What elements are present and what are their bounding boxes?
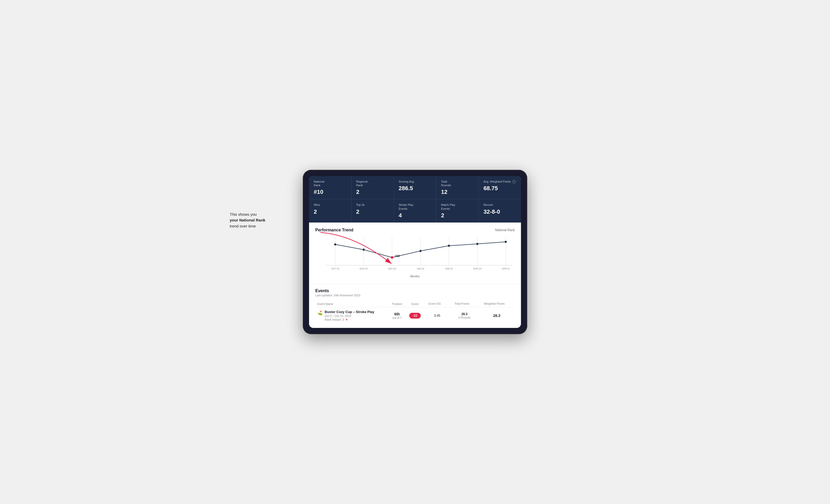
stat-regional-rank-label: RegionalRank: [356, 180, 389, 187]
svg-point-11: [391, 256, 393, 259]
event-type-icon: ⛳: [317, 310, 323, 315]
stat-scoring-avg: Scoring Avg. 286.5: [394, 176, 437, 199]
col-weighted-points: Weighted Points i: [479, 301, 515, 307]
months-label: Months: [315, 275, 515, 278]
info-icon-total-points[interactable]: i: [471, 302, 474, 305]
stat-wins-value: 2: [314, 208, 347, 215]
events-section: Events Last updated: 24th November 2023 …: [309, 284, 521, 328]
stat-total-rounds-value: 12: [441, 189, 474, 195]
info-icon-weighted[interactable]: i: [512, 180, 516, 183]
stat-stroke-play-label: Stroke PlayEvents: [398, 203, 432, 210]
tablet-screen: NationalRank #10 RegionalRank 2 Scoring …: [309, 176, 521, 328]
svg-point-9: [334, 243, 337, 245]
stat-scoring-avg-value: 286.5: [398, 185, 432, 192]
col-score: Score: [406, 301, 424, 307]
annotation-line1: This shows you: [230, 212, 257, 216]
svg-text:APR 24: APR 24: [502, 267, 510, 270]
svg-text:OCT 23: OCT 23: [331, 267, 339, 270]
info-icon-event-sg[interactable]: i: [442, 302, 446, 305]
svg-text:#10: #10: [395, 254, 400, 258]
col-total-points: Total Points i: [450, 301, 479, 307]
annotation-bold: National Rank: [240, 218, 265, 222]
event-position-sub: out of 7: [390, 316, 404, 319]
stat-avg-weighted-value: 68.75: [483, 185, 516, 192]
stat-wins-label: Wins: [314, 203, 347, 207]
annotation-text: This shows you your National Rank trend …: [230, 211, 297, 229]
event-date: Oct 9 – Oct 10, 2023: [325, 314, 374, 317]
stat-regional-rank: RegionalRank 2: [352, 176, 394, 199]
svg-point-10: [362, 248, 364, 251]
svg-text:JAN 24: JAN 24: [417, 267, 424, 270]
event-position-main: 6th: [390, 312, 404, 316]
weighted-points-cell: 28.3: [479, 307, 515, 324]
svg-point-13: [448, 245, 450, 247]
annotation-bold-prefix: your: [230, 218, 240, 222]
events-table: Event Name Position Score Event SG i: [315, 301, 515, 324]
info-icon-weighted-points[interactable]: i: [506, 302, 510, 305]
stat-record-label: Record: [483, 203, 516, 207]
events-title: Events: [315, 289, 515, 293]
stat-top3s-label: Top 3s: [356, 203, 389, 207]
event-position-cell: 6th out of 7: [388, 307, 406, 324]
score-badge: -22: [409, 313, 421, 318]
event-name: Buster Cozy Cup – Stroke Play: [325, 310, 374, 314]
svg-point-12: [419, 250, 421, 252]
stat-top3s-value: 2: [356, 208, 389, 215]
stat-stroke-play-value: 4: [398, 212, 432, 219]
events-last-updated: Last updated: 24th November 2023: [315, 294, 515, 297]
event-rank-impact: Rank Impact: 3 ▼: [325, 318, 374, 321]
stat-record-value: 32-8-0: [483, 208, 516, 215]
performance-chart: #10 OCT 23 NOV 23 DEC 23 JAN 24 FEB 24 M…: [315, 237, 515, 273]
stat-total-rounds-label: TotalRounds: [441, 180, 474, 187]
event-name-cell: ⛳ Buster Cozy Cup – Stroke Play Oct 9 – …: [315, 307, 388, 324]
total-points-main: 28.3: [452, 312, 477, 316]
stat-wins: Wins 2: [309, 199, 352, 223]
total-points-sub: 3 Rounds: [452, 316, 477, 319]
performance-section: Performance Trend National Rank: [309, 223, 521, 284]
total-points-cell: 28.3 3 Rounds: [450, 307, 479, 324]
col-event-name: Event Name: [315, 301, 388, 307]
stat-top3s: Top 3s 2: [352, 199, 394, 223]
chart-container: #10 OCT 23 NOV 23 DEC 23 JAN 24 FEB 24 M…: [315, 237, 515, 273]
tablet-frame: NationalRank #10 RegionalRank 2 Scoring …: [303, 170, 527, 334]
stats-row-1: NationalRank #10 RegionalRank 2 Scoring …: [309, 176, 521, 200]
stat-stroke-play: Stroke PlayEvents 4: [394, 199, 437, 223]
svg-text:MAR 24: MAR 24: [473, 267, 481, 270]
annotation-line2: trend over time: [230, 224, 256, 228]
stats-row-2: Wins 2 Top 3s 2 Stroke PlayEvents 4 Matc…: [309, 199, 521, 223]
stat-avg-weighted: Avg. Weighted Points i 68.75: [479, 176, 521, 199]
svg-text:DEC 23: DEC 23: [388, 267, 396, 270]
stat-avg-weighted-label: Avg. Weighted Points i: [483, 180, 516, 183]
svg-text:FEB 24: FEB 24: [445, 267, 453, 270]
weighted-points-value: 28.3: [493, 313, 500, 318]
col-position: Position: [388, 301, 406, 307]
stat-total-rounds: TotalRounds 12: [437, 176, 479, 199]
table-row: ⛳ Buster Cozy Cup – Stroke Play Oct 9 – …: [315, 307, 515, 324]
event-sg-value: 0.45: [434, 314, 440, 317]
performance-axis-label: National Rank: [495, 228, 515, 232]
svg-text:NOV 23: NOV 23: [360, 267, 368, 270]
stat-match-play-label: Match PlayEvents: [441, 203, 474, 210]
svg-point-15: [505, 241, 507, 243]
stat-scoring-avg-label: Scoring Avg.: [398, 180, 432, 183]
performance-header: Performance Trend National Rank: [315, 228, 515, 232]
stats-header: NationalRank #10 RegionalRank 2 Scoring …: [309, 176, 521, 223]
stat-national-rank-label: NationalRank: [314, 180, 347, 187]
stat-match-play: Match PlayEvents 2: [437, 199, 479, 223]
col-event-sg: Event SG i: [424, 301, 450, 307]
stat-record: Record 32-8-0: [479, 199, 521, 223]
event-score-cell: -22: [406, 307, 424, 324]
rank-arrow-icon: ▼: [345, 318, 348, 321]
svg-point-14: [476, 243, 478, 245]
events-table-header: Event Name Position Score Event SG i: [315, 301, 515, 307]
stat-regional-rank-value: 2: [356, 189, 389, 195]
stat-national-rank: NationalRank #10: [309, 176, 352, 199]
event-sg-cell: 0.45: [424, 307, 450, 324]
stat-match-play-value: 2: [441, 212, 474, 219]
stat-national-rank-value: #10: [314, 189, 347, 195]
performance-title: Performance Trend: [315, 228, 353, 232]
